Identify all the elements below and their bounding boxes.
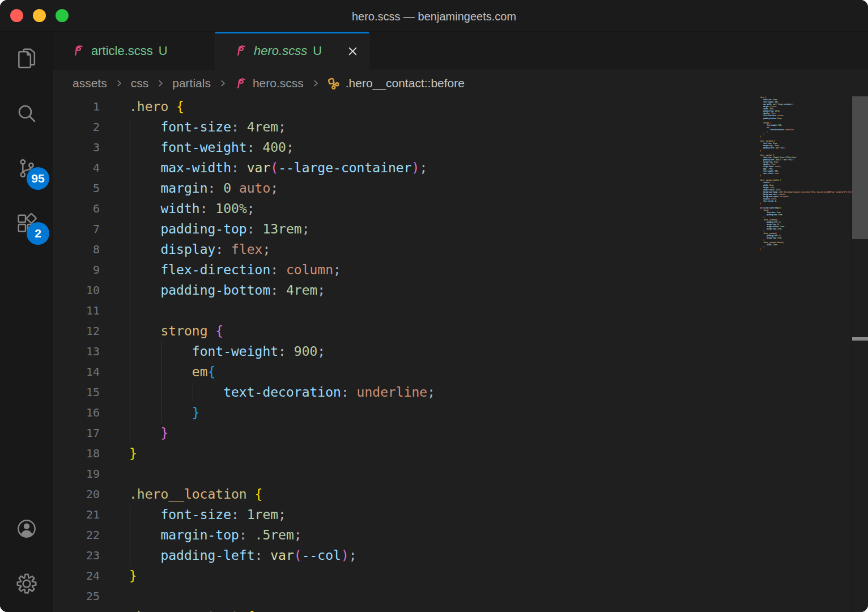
- chevron-right-icon: [218, 78, 228, 88]
- code-line: 21 font-size: 1rem;: [53, 504, 756, 525]
- line-number: 25: [53, 586, 100, 606]
- activity-bar-item-accounts[interactable]: [0, 502, 53, 557]
- code-line: 25: [53, 586, 756, 606]
- line-number: 18: [53, 443, 100, 464]
- code-line: 23 padding-left: var(--col);: [53, 545, 756, 566]
- code-line: 2 font-size: 4rem;: [53, 117, 756, 137]
- git-status-badge: U: [159, 44, 168, 58]
- code-line: 12 strong {: [53, 321, 756, 341]
- line-number: 26: [53, 606, 100, 612]
- close-icon[interactable]: [347, 45, 359, 57]
- line-number: 13: [53, 341, 100, 362]
- code-line: 4 max-width: var(--large-container);: [53, 158, 756, 178]
- tab-hero.scss[interactable]: hero.scssU: [215, 32, 369, 70]
- code-line: 24}: [53, 566, 756, 586]
- code-line: 20.hero__location {: [53, 484, 756, 504]
- line-number: 21: [53, 504, 100, 525]
- activity-bar-item-settings[interactable]: [0, 557, 53, 612]
- window-title: hero.scss — benjamingeets.com: [0, 0, 868, 32]
- tab-label: hero.scss: [254, 44, 307, 58]
- activity-bar-item-search[interactable]: [0, 87, 53, 142]
- code-line: 3 font-weight: 400;: [53, 137, 756, 158]
- line-number: 3: [53, 137, 100, 158]
- line-number: 22: [53, 525, 100, 545]
- overview-ruler-cursor-mark: [852, 337, 868, 341]
- chevron-right-icon: [114, 78, 124, 88]
- tab-article.scss[interactable]: article.scssU: [53, 32, 215, 70]
- scrollbar-thumb[interactable]: [852, 96, 868, 239]
- code-line: 13 font-weight: 900;: [53, 341, 756, 362]
- tab-bar: article.scssUhero.scssU: [53, 32, 868, 70]
- activity-bar-item-extensions[interactable]: 2: [0, 197, 53, 252]
- code-line: 22 margin-top: .5rem;: [53, 525, 756, 545]
- breadcrumb-item[interactable]: css: [131, 76, 149, 90]
- code-line: 8 display: flex;: [53, 239, 756, 260]
- title-bar: hero.scss — benjamingeets.com: [0, 0, 868, 32]
- code-line: 14 em{: [53, 362, 756, 382]
- line-number: 8: [53, 239, 100, 260]
- account-icon: [15, 517, 38, 542]
- gear-icon: [15, 572, 38, 597]
- activity-badge: 2: [27, 222, 49, 245]
- vscode-window: hero.scss — benjamingeets.com 952 articl…: [0, 0, 868, 612]
- minimap[interactable]: .hero { font-size: 4rem; font-weight: 40…: [756, 96, 852, 612]
- line-number: 23: [53, 545, 100, 566]
- code-line: 10 padding-bottom: 4rem;: [53, 280, 756, 300]
- code-line: 17 }: [53, 423, 756, 443]
- chevron-right-icon: [155, 78, 165, 88]
- line-number: 7: [53, 219, 100, 239]
- git-status-badge: U: [313, 44, 322, 58]
- breadcrumb-item[interactable]: assets: [73, 76, 107, 90]
- breadcrumb-item[interactable]: .hero__contact::before: [327, 76, 465, 90]
- line-number: 17: [53, 423, 100, 443]
- code-line: 7 padding-top: 13rem;: [53, 219, 756, 239]
- line-number: 10: [53, 280, 100, 300]
- breadcrumb-item[interactable]: hero.scss: [235, 76, 304, 90]
- code-line: 11: [53, 300, 756, 321]
- breadcrumb: assetscsspartialshero.scss.hero__contact…: [53, 70, 868, 96]
- line-number: 2: [53, 117, 100, 137]
- code-line: 6 width: 100%;: [53, 198, 756, 219]
- line-number: 1: [53, 96, 100, 117]
- line-number: 19: [53, 464, 100, 484]
- breadcrumb-item[interactable]: partials: [172, 76, 211, 90]
- line-number: 4: [53, 158, 100, 178]
- code-line: 5 margin: 0 auto;: [53, 178, 756, 198]
- scrollbar[interactable]: [852, 96, 868, 612]
- line-number: 5: [53, 178, 100, 198]
- scss-icon: [235, 44, 247, 58]
- scss-icon: [72, 44, 84, 58]
- code-line: 15 text-decoration: underline;: [53, 382, 756, 402]
- activity-bar-item-explorer[interactable]: [0, 32, 53, 87]
- activity-bar: 952: [0, 32, 53, 612]
- activity-badge: 95: [27, 167, 49, 190]
- line-number: 6: [53, 198, 100, 219]
- code-line: 19: [53, 464, 756, 484]
- symbol-selector-icon: [327, 77, 340, 90]
- code-line: 16 }: [53, 402, 756, 423]
- code-line: 9 flex-direction: column;: [53, 260, 756, 280]
- line-number: 14: [53, 362, 100, 382]
- line-number: 15: [53, 382, 100, 402]
- search-icon: [15, 102, 38, 127]
- activity-bar-item-source-control[interactable]: 95: [0, 142, 53, 197]
- editor[interactable]: 1.hero {2 font-size: 4rem;3 font-weight:…: [53, 96, 868, 612]
- scss-icon: [235, 77, 247, 90]
- code-area[interactable]: 1.hero {2 font-size: 4rem;3 font-weight:…: [53, 96, 756, 612]
- line-number: 11: [53, 300, 100, 321]
- line-number: 12: [53, 321, 100, 341]
- line-number: 24: [53, 566, 100, 586]
- line-number: 16: [53, 402, 100, 423]
- chevron-right-icon: [310, 78, 321, 88]
- code-line: 1.hero {: [53, 96, 756, 117]
- code-line: 26.hero__contact {: [53, 606, 756, 612]
- tab-label: article.scss: [91, 44, 153, 58]
- code-line: 18}: [53, 443, 756, 464]
- files-icon: [15, 47, 38, 72]
- line-number: 9: [53, 260, 100, 280]
- line-number: 20: [53, 484, 100, 504]
